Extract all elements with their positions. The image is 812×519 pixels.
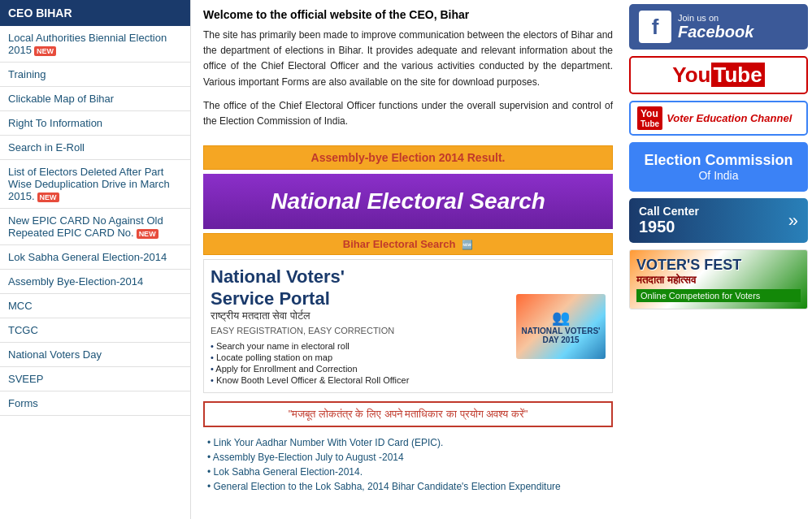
new-badge: NEW xyxy=(34,46,56,56)
national-electoral-search-button[interactable]: National Electoral Search xyxy=(203,174,613,229)
link-item[interactable]: • General Election to the Lok Sabha, 201… xyxy=(207,479,609,494)
sidebar-item-tcgc[interactable]: TCGC xyxy=(0,318,190,343)
call-center-box[interactable]: Call Center 1950 » xyxy=(629,198,808,243)
assembly-result-bar[interactable]: Assembly-bye Election 2014 Result. xyxy=(203,145,613,170)
left-sidebar: CEO BIHAR Local Authorities Biennial Ele… xyxy=(0,0,191,519)
youtube-logo: YouTube xyxy=(643,63,794,88)
voters-fest-tagline: Online Competetion for Voters xyxy=(636,289,801,302)
new-icon: 🆕 xyxy=(462,240,473,249)
portal-list-item: Know Booth Level Officer & Electoral Rol… xyxy=(211,374,508,386)
voters-portal-box: National Voters' Service Portal राष्ट्री… xyxy=(203,259,613,393)
facebook-icon: f xyxy=(639,11,671,43)
sidebar-item-forms[interactable]: Forms xyxy=(0,391,190,416)
portal-list-item: Locate polling station on map xyxy=(211,352,508,363)
portal-tagline: EASY REGISTRATION, EASY CORRECTION xyxy=(211,326,508,335)
quote-bar: "मजबूत लोकतंत्र के लिए अपने मताधिकार का … xyxy=(203,401,613,427)
call-center-number: 1950 xyxy=(639,218,699,236)
new-badge: NEW xyxy=(37,192,59,202)
ec-line1: Election Commission xyxy=(637,152,800,169)
bihar-search-label: Bihar Electoral Search xyxy=(343,238,456,250)
sidebar-item-assembly-bye[interactable]: Assembly Bye-Election-2014 xyxy=(0,270,190,294)
sidebar-item-mcc[interactable]: MCC xyxy=(0,294,190,318)
voters-fest-box[interactable]: VOTER'S FEST मतदाता महोत्सव Online Compe… xyxy=(629,249,808,309)
sidebar-item-lok-sabha[interactable]: Lok Sabha General Election-2014 xyxy=(0,245,190,270)
bihar-electoral-search-bar[interactable]: Bihar Electoral Search 🆕 xyxy=(203,233,613,255)
voter-education-channel-box[interactable]: You Tube Voter Education Channel xyxy=(629,101,808,136)
link-item[interactable]: • Assembly Bye-Election July to August -… xyxy=(207,450,609,465)
right-sidebar: f Join us on Facebook YouTube You Tube V… xyxy=(625,0,812,519)
join-us-text: Join us on xyxy=(678,13,753,23)
vec-youtube-icon: You Tube xyxy=(637,106,662,130)
page-title: Welcome to the official website of the C… xyxy=(203,8,613,21)
portal-list-item: Search your name in electoral roll xyxy=(211,340,508,352)
facebook-label: Facebook xyxy=(678,23,753,41)
sidebar-item-local-authorities[interactable]: Local Authorities Biennial Election 2015… xyxy=(0,26,190,63)
sidebar-item-sveep[interactable]: SVEEP xyxy=(0,367,190,391)
portal-list-item: Apply for Enrollment and Correction xyxy=(211,363,508,374)
new-badge: NEW xyxy=(137,229,158,239)
call-center-arrow-icon: » xyxy=(788,210,798,231)
link-item[interactable]: • Lok Sabha General Election-2014. xyxy=(207,465,609,479)
sidebar-item-rti[interactable]: Right To Information xyxy=(0,111,190,136)
ec-line2: Of India xyxy=(637,169,800,182)
sidebar-item-clickable-map[interactable]: Clickable Map of Bihar xyxy=(0,87,190,111)
voters-fest-subtitle: मतदाता महोत्सव xyxy=(636,274,801,287)
intro-paragraph-2: The office of the Chief Electoral Office… xyxy=(203,98,613,129)
sidebar-item-electors-deleted[interactable]: List of Electors Deleted After Part Wise… xyxy=(0,160,190,209)
portal-title-hindi: राष्ट्रीय मतदाता सेवा पोर्टल xyxy=(211,309,508,322)
nvd-graphic: 👥 NATIONAL VOTERS' DAY 2015 xyxy=(516,294,606,359)
main-content: Welcome to the official website of the C… xyxy=(191,0,625,519)
voters-fest-title: VOTER'S FEST xyxy=(636,257,801,274)
vec-label: Voter Education Channel xyxy=(667,112,792,124)
sidebar-item-search-eroll[interactable]: Search in E-Roll xyxy=(0,136,190,160)
facebook-box[interactable]: f Join us on Facebook xyxy=(629,4,808,50)
sidebar-item-epic-card[interactable]: New EPIC CARD No Against Old Repeated EP… xyxy=(0,209,190,245)
youtube-box[interactable]: YouTube xyxy=(629,56,808,94)
sidebar-item-nvd[interactable]: National Voters Day xyxy=(0,343,190,367)
election-commission-box[interactable]: Election Commission Of India xyxy=(629,142,808,192)
call-center-label: Call Center xyxy=(639,205,699,218)
portal-title-line1: National Voters' Service Portal xyxy=(211,266,508,309)
sidebar-title: CEO BIHAR xyxy=(0,0,190,26)
link-item[interactable]: • Link Your Aadhar Number With Voter ID … xyxy=(207,435,609,450)
sidebar-item-training[interactable]: Training xyxy=(0,63,190,87)
intro-paragraph-1: The site has primarily been made to impr… xyxy=(203,28,613,90)
